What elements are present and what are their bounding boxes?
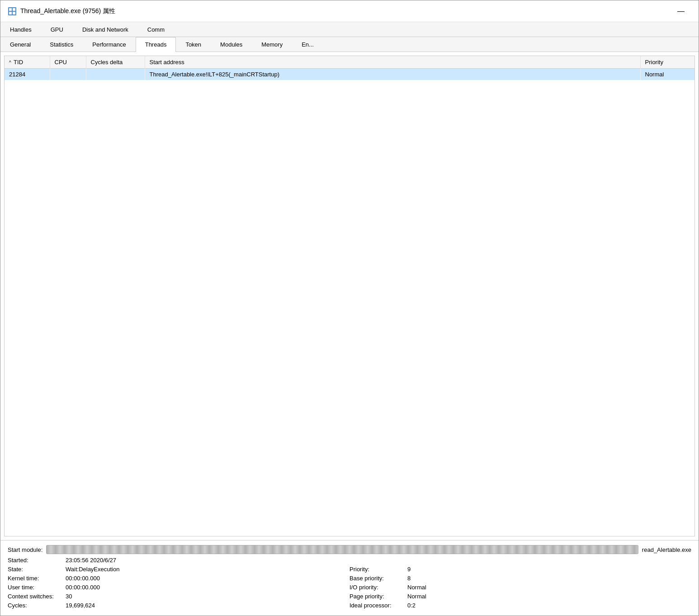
ideal-processor-value: 0:2 <box>407 602 416 609</box>
priority-value: 9 <box>407 566 411 573</box>
title-bar-left: Thread_Alertable.exe (9756) 属性 <box>8 7 115 16</box>
app-icon <box>8 7 17 16</box>
cycles-row: Cycles: 19,699,624 <box>8 602 336 609</box>
col-header-cycles-delta[interactable]: Cycles delta <box>86 56 145 69</box>
start-module-label: Start module: <box>8 546 43 553</box>
sort-indicator-tid: ^ <box>9 60 11 65</box>
cell-cpu <box>50 69 86 80</box>
tab-memory[interactable]: Memory <box>252 37 292 52</box>
priority-label: Priority: <box>350 566 404 573</box>
svg-rect-3 <box>13 8 15 11</box>
window-title: Thread_Alertable.exe (9756) 属性 <box>20 7 115 15</box>
cell-cycles-delta <box>86 69 145 80</box>
threads-table-body: 21284 Thread_Alertable.exe!ILT+825(_main… <box>5 69 694 80</box>
state-row: State: Wait:DelayExecution <box>8 566 336 573</box>
kernel-time-row: Kernel time: 00:00:00.000 <box>8 575 336 582</box>
table-row[interactable]: 21284 Thread_Alertable.exe!ILT+825(_main… <box>5 69 694 80</box>
details-col-right: Priority: 9 Base priority: 8 I/O priorit… <box>350 566 691 611</box>
col-header-start-address[interactable]: Start address <box>145 56 640 69</box>
details-grid: State: Wait:DelayExecution Kernel time: … <box>8 566 691 611</box>
tab-modules[interactable]: Modules <box>211 37 252 52</box>
details-panel: Start module: read_Alertable.exe Started… <box>0 540 699 616</box>
start-module-row: Start module: read_Alertable.exe <box>8 545 691 554</box>
user-time-label: User time: <box>8 584 62 591</box>
cycles-value: 19,699,624 <box>66 602 95 609</box>
tab-performance[interactable]: Performance <box>83 37 135 52</box>
details-col-left: State: Wait:DelayExecution Kernel time: … <box>8 566 350 611</box>
minimize-button[interactable]: — <box>671 4 691 19</box>
context-switches-row: Context switches: 30 <box>8 593 336 600</box>
tab-row-main: General Statistics Performance Threads T… <box>0 37 699 52</box>
svg-rect-4 <box>13 12 15 14</box>
table-header-row: ^ TID CPU Cycles delta Start address Pri… <box>5 56 694 69</box>
title-controls: — <box>671 4 691 19</box>
priority-row: Priority: 9 <box>350 566 678 573</box>
col-header-cpu[interactable]: CPU <box>50 56 86 69</box>
io-priority-value: Normal <box>407 584 426 591</box>
started-row: Started: 23:05:56 2020/6/27 <box>8 557 691 564</box>
threads-table-container[interactable]: ^ TID CPU Cycles delta Start address Pri… <box>4 56 695 536</box>
main-window: Thread_Alertable.exe (9756) 属性 — Handles… <box>0 0 699 616</box>
start-module-bar-inner <box>47 545 638 554</box>
io-priority-row: I/O priority: Normal <box>350 584 678 591</box>
col-header-priority[interactable]: Priority <box>640 56 694 69</box>
tab-disk-network[interactable]: Disk and Network <box>73 22 138 37</box>
started-value: 23:05:56 2020/6/27 <box>66 557 116 564</box>
tab-row-top: Handles GPU Disk and Network Comm <box>0 22 699 37</box>
tab-gpu[interactable]: GPU <box>41 22 73 37</box>
svg-rect-2 <box>9 12 12 14</box>
state-value: Wait:DelayExecution <box>66 566 119 573</box>
user-time-value: 00:00:00.000 <box>66 584 100 591</box>
io-priority-label: I/O priority: <box>350 584 404 591</box>
ideal-processor-label: Ideal processor: <box>350 602 404 609</box>
cell-start-address: Thread_Alertable.exe!ILT+825(_mainCRTSta… <box>145 69 640 80</box>
context-switches-value: 30 <box>66 593 72 600</box>
kernel-time-value: 00:00:00.000 <box>66 575 100 582</box>
col-header-tid[interactable]: ^ TID <box>5 56 50 69</box>
tab-statistics[interactable]: Statistics <box>40 37 83 52</box>
tab-environment[interactable]: En... <box>292 37 323 52</box>
cycles-label: Cycles: <box>8 602 62 609</box>
tab-token[interactable]: Token <box>176 37 211 52</box>
started-label: Started: <box>8 557 62 564</box>
page-priority-label: Page priority: <box>350 593 404 600</box>
user-time-row: User time: 00:00:00.000 <box>8 584 336 591</box>
page-priority-value: Normal <box>407 593 426 600</box>
base-priority-row: Base priority: 8 <box>350 575 678 582</box>
cell-priority: Normal <box>640 69 694 80</box>
kernel-time-label: Kernel time: <box>8 575 62 582</box>
ideal-processor-row: Ideal processor: 0:2 <box>350 602 678 609</box>
base-priority-value: 8 <box>407 575 411 582</box>
start-module-value: read_Alertable.exe <box>642 546 691 553</box>
svg-rect-1 <box>9 8 12 11</box>
threads-table: ^ TID CPU Cycles delta Start address Pri… <box>5 56 694 80</box>
cell-tid: 21284 <box>5 69 50 80</box>
tab-general[interactable]: General <box>0 37 40 52</box>
start-module-bar <box>46 545 638 554</box>
state-label: State: <box>8 566 62 573</box>
page-priority-row: Page priority: Normal <box>350 593 678 600</box>
context-switches-label: Context switches: <box>8 593 62 600</box>
tab-comm[interactable]: Comm <box>138 22 174 37</box>
base-priority-label: Base priority: <box>350 575 404 582</box>
tab-handles[interactable]: Handles <box>0 22 41 37</box>
title-bar: Thread_Alertable.exe (9756) 属性 — <box>0 0 699 22</box>
tab-threads[interactable]: Threads <box>136 37 176 52</box>
